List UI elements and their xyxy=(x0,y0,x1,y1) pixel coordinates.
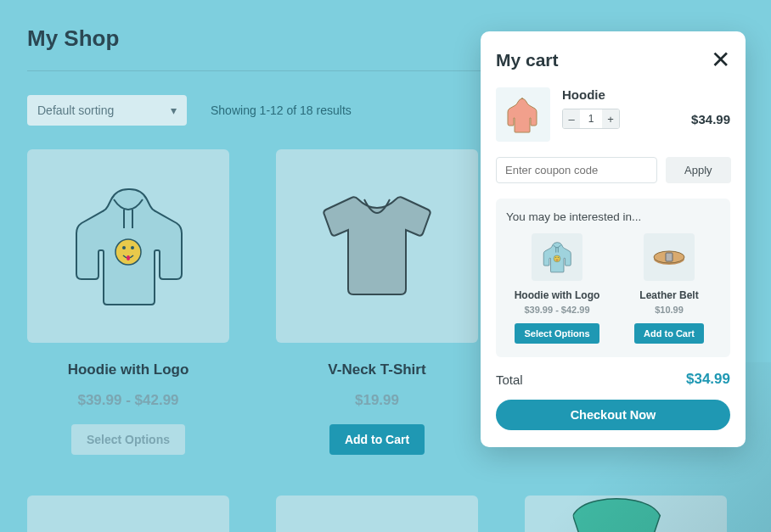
product-image-tshirt[interactable] xyxy=(276,149,478,343)
add-to-cart-button[interactable]: Add to Cart xyxy=(634,323,704,344)
total-label: Total xyxy=(496,372,523,387)
product-image-placeholder[interactable] xyxy=(276,496,478,532)
suggestions-title: You may be interested in... xyxy=(506,210,720,223)
quantity-stepper: – 1 + xyxy=(562,109,620,129)
quantity-value: 1 xyxy=(580,109,602,128)
results-count: Showing 1-12 of 18 results xyxy=(211,104,352,117)
product-price: $39.99 - $42.99 xyxy=(27,392,229,409)
product-card: Hoodie with Logo $39.99 - $42.99 Select … xyxy=(27,149,229,455)
sort-dropdown[interactable]: Default sorting xyxy=(27,95,187,126)
suggestion-thumbnail[interactable] xyxy=(644,233,695,281)
cart-item-name: Hoodie xyxy=(562,87,730,102)
product-card: V-Neck T-Shirt $19.99 Add to Cart xyxy=(276,149,478,455)
add-to-cart-button[interactable]: Add to Cart xyxy=(329,424,425,455)
total-value: $34.99 xyxy=(686,371,730,388)
product-image-hoodie-logo[interactable] xyxy=(27,149,229,343)
suggestion-price: $39.99 - $42.99 xyxy=(506,305,608,315)
quantity-minus-button[interactable]: – xyxy=(563,109,580,128)
suggestion-name: Leather Belt xyxy=(618,289,720,301)
suggestion-thumbnail[interactable] xyxy=(532,233,582,281)
select-options-button[interactable]: Select Options xyxy=(71,424,185,455)
cart-item-price: $34.99 xyxy=(691,112,730,126)
close-icon[interactable]: ✕ xyxy=(711,48,730,72)
cart-panel: My cart ✕ Hoodie – 1 + $34.99 Apply You … xyxy=(481,31,746,447)
product-price: $19.99 xyxy=(276,392,478,409)
suggestion-price: $10.99 xyxy=(618,305,720,315)
cart-item: Hoodie – 1 + $34.99 xyxy=(496,87,730,142)
suggestion-name: Hoodie with Logo xyxy=(506,289,608,301)
suggestion-card: Hoodie with Logo $39.99 - $42.99 Select … xyxy=(506,233,608,344)
product-name: V-Neck T-Shirt xyxy=(276,361,478,378)
checkout-button[interactable]: Checkout Now xyxy=(496,400,730,430)
product-image-placeholder[interactable] xyxy=(525,496,727,532)
select-options-button[interactable]: Select Options xyxy=(515,323,599,344)
cart-title: My cart xyxy=(496,50,559,70)
apply-coupon-button[interactable]: Apply xyxy=(666,157,731,183)
product-image-placeholder[interactable] xyxy=(27,496,229,532)
quantity-plus-button[interactable]: + xyxy=(602,109,619,128)
sort-dropdown-label: Default sorting xyxy=(37,104,114,117)
coupon-input[interactable] xyxy=(496,157,657,183)
product-name: Hoodie with Logo xyxy=(27,361,229,378)
cart-item-thumbnail[interactable] xyxy=(496,87,550,142)
suggestion-card: Leather Belt $10.99 Add to Cart xyxy=(618,233,720,344)
suggestions-panel: You may be interested in... Hoodie with … xyxy=(496,199,730,357)
